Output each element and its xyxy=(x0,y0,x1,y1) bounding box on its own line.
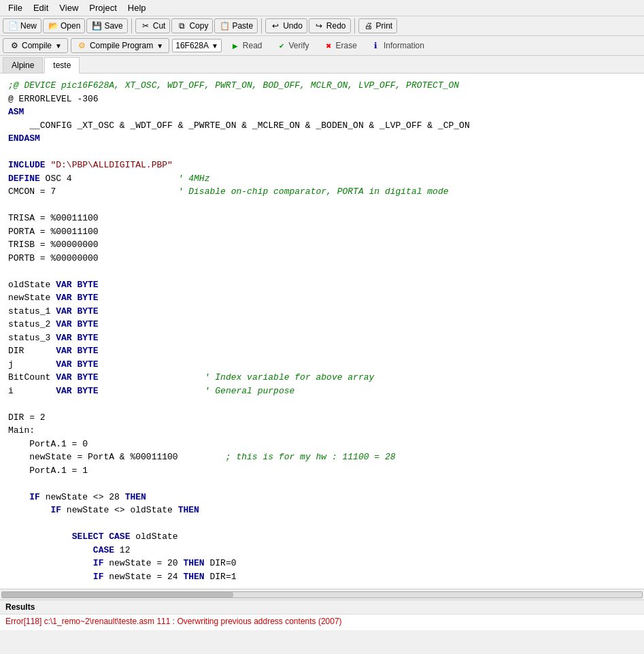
menu-bar: File Edit View Project Help xyxy=(0,0,644,16)
redo-label: Redo xyxy=(326,21,346,31)
chip-dropdown-arrow: ▼ xyxy=(211,42,218,50)
line-5: ENDASM xyxy=(8,133,40,144)
paste-icon xyxy=(219,20,230,31)
copy-label: Copy xyxy=(189,21,208,31)
print-button[interactable]: Print xyxy=(358,18,398,33)
tab-alpine-label: Alpine xyxy=(12,61,34,70)
tab-bar: Alpine teste xyxy=(0,56,644,73)
erase-icon xyxy=(323,40,334,51)
undo-label: Undo xyxy=(283,21,303,31)
verify-label: Verify xyxy=(289,41,309,50)
read-icon xyxy=(230,40,241,51)
line-2: @ ERRORLEVEL -306 xyxy=(8,94,99,104)
hscroll-thumb[interactable] xyxy=(2,592,233,598)
line-3: ASM xyxy=(8,107,24,117)
line-19: status_2 VAR BYTE xyxy=(8,319,99,329)
tab-teste[interactable]: teste xyxy=(44,57,80,73)
line-21: DIR VAR BYTE xyxy=(8,346,99,356)
menu-project[interactable]: Project xyxy=(84,1,122,14)
line-37: IF newState = 20 THEN DIR=0 xyxy=(8,558,237,568)
line-12: PORTA = %00011100 xyxy=(8,227,99,237)
line-32: IF newState <> 28 THEN xyxy=(8,492,146,502)
tab-alpine[interactable]: Alpine xyxy=(3,57,43,73)
line-22: j VAR BYTE xyxy=(8,359,99,370)
separator2 xyxy=(261,18,262,33)
compile-program-dropdown-arrow: ▼ xyxy=(156,42,163,50)
chip-selector[interactable]: 16F628A ▼ xyxy=(172,39,222,52)
results-content: Error[118] c:\1_remo~2\renault\teste.asm… xyxy=(0,614,644,630)
results-title: Results xyxy=(5,602,35,612)
information-label: Information xyxy=(384,41,424,50)
line-13: TRISB = %00000000 xyxy=(8,240,99,250)
hscroll-bar xyxy=(0,589,644,600)
read-label: Read xyxy=(243,41,262,50)
line-29: newState = PortA & %00011100 ; this is f… xyxy=(8,452,396,462)
line-27: Main: xyxy=(8,425,35,436)
line-14: PORTB = %00000000 xyxy=(8,253,99,263)
undo-icon xyxy=(270,20,281,31)
information-button[interactable]: Information xyxy=(365,39,430,52)
line-16: oldState VAR BYTE xyxy=(8,280,99,290)
undo-button[interactable]: Undo xyxy=(265,18,307,33)
redo-icon xyxy=(313,20,324,31)
compile-icon xyxy=(9,40,20,51)
new-label: New xyxy=(20,21,37,31)
line-26: DIR = 2 xyxy=(8,412,46,423)
erase-label: Erase xyxy=(336,41,357,50)
open-icon xyxy=(48,20,58,31)
menu-edit[interactable]: Edit xyxy=(28,1,54,14)
results-header: Results xyxy=(0,600,644,614)
save-icon xyxy=(91,20,102,31)
open-button[interactable]: Open xyxy=(43,18,85,33)
line-7: INCLUDE "D:\PBP\ALLDIGITAL.PBP" xyxy=(8,160,173,170)
menu-help[interactable]: Help xyxy=(122,1,152,14)
error-text: Error[118] c:\1_remo~2\renault\teste.asm… xyxy=(5,617,342,626)
line-20: status_3 VAR BYTE xyxy=(8,333,99,343)
print-icon xyxy=(363,20,374,31)
hscroll-track[interactable] xyxy=(1,591,643,598)
paste-label: Paste xyxy=(232,21,253,31)
erase-button[interactable]: Erase xyxy=(318,39,362,52)
tab-teste-label: teste xyxy=(53,61,71,70)
compile-program-button[interactable]: Compile Program ▼ xyxy=(71,38,169,53)
cut-label: Cut xyxy=(153,21,166,31)
paste-button[interactable]: Paste xyxy=(214,18,258,33)
line-30: PortA.1 = 1 xyxy=(8,465,88,476)
menu-view[interactable]: View xyxy=(54,1,84,14)
redo-button[interactable]: Redo xyxy=(309,18,351,33)
line-24: i VAR BYTE ' General purpose xyxy=(8,386,294,396)
copy-icon xyxy=(176,20,187,31)
toolbar1: New Open Save Cut Copy Paste Undo Redo P… xyxy=(0,16,644,36)
save-button[interactable]: Save xyxy=(86,18,127,33)
line-8: DEFINE OSC 4 ' 4MHz xyxy=(8,174,209,184)
copy-button[interactable]: Copy xyxy=(171,18,213,33)
line-18: status_1 VAR BYTE xyxy=(8,306,99,316)
chip-value: 16F628A xyxy=(175,41,209,50)
print-label: Print xyxy=(376,21,393,31)
verify-icon xyxy=(276,40,287,51)
cut-button[interactable]: Cut xyxy=(135,18,171,33)
save-label: Save xyxy=(104,21,122,31)
line-23: BitCount VAR BYTE ' Index variable for a… xyxy=(8,372,374,382)
line-1: ;@ DEVICE pic16F628A, XT_OSC, WDT_OFF, P… xyxy=(8,80,459,91)
read-button[interactable]: Read xyxy=(224,39,268,52)
menu-file[interactable]: File xyxy=(3,1,28,14)
new-button[interactable]: New xyxy=(3,18,41,33)
line-28: PortA.1 = 0 xyxy=(8,439,88,449)
editor-content[interactable]: ;@ DEVICE pic16F628A, XT_OSC, WDT_OFF, P… xyxy=(0,73,644,589)
compile-button[interactable]: Compile ▼ xyxy=(3,38,68,53)
cut-icon xyxy=(140,20,151,31)
toolbar2: Compile ▼ Compile Program ▼ 16F628A ▼ Re… xyxy=(0,36,644,56)
compile-program-icon xyxy=(77,40,88,51)
line-4: __CONFIG _XT_OSC & _WDT_OFF & _PWRTE_ON … xyxy=(8,120,470,131)
editor-container: ;@ DEVICE pic16F628A, XT_OSC, WDT_OFF, P… xyxy=(0,73,644,589)
compile-label: Compile xyxy=(22,41,52,50)
line-36: CASE 12 xyxy=(8,545,130,555)
open-label: Open xyxy=(61,21,80,31)
line-17: newState VAR BYTE xyxy=(8,293,99,303)
line-11: TRISA = %00011100 xyxy=(8,213,99,223)
line-38: IF newState = 24 THEN DIR=1 xyxy=(8,572,237,582)
verify-button[interactable]: Verify xyxy=(271,39,315,52)
line-33: IF newState <> oldState THEN xyxy=(8,505,199,515)
new-icon xyxy=(7,20,18,31)
